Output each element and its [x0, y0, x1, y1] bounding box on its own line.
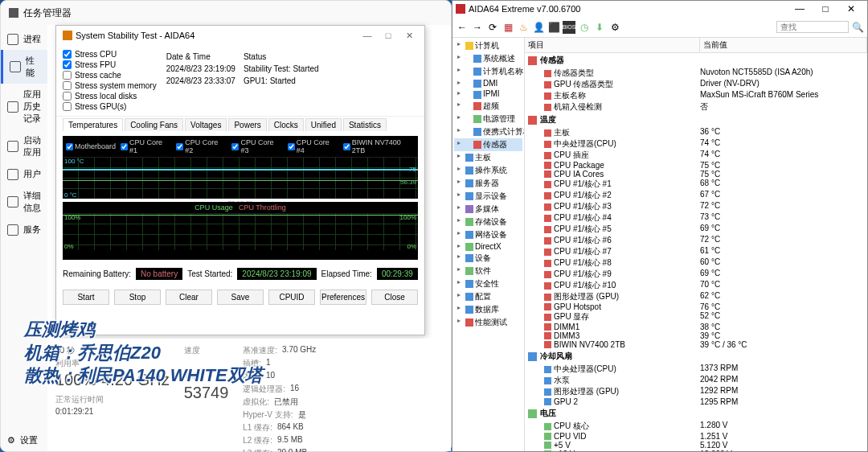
stability-tab[interactable]: Statistics [343, 118, 387, 131]
minimize-icon[interactable]: — [358, 31, 376, 41]
close-button[interactable]: Close [371, 290, 418, 305]
settings-button[interactable]: ⚙ 设置 [7, 434, 38, 446]
nav-item-6[interactable]: 服务 [1, 219, 47, 240]
sensor-row[interactable]: CPU #1/核心 #372 °C [525, 201, 867, 212]
download-icon[interactable]: ⬇ [593, 21, 606, 34]
stress-check[interactable]: Stress CPU [63, 50, 157, 59]
sensor-row[interactable]: GPU Hotspot76 °C [525, 302, 867, 311]
stability-tab[interactable]: Powers [228, 118, 266, 131]
stress-check[interactable]: Stress system memory [63, 81, 157, 90]
sensor-row[interactable]: 传感器类型Nuvoton NCT5585D (ISA A20h) [525, 68, 867, 79]
stability-tab[interactable]: Unified [305, 118, 342, 131]
maximize-icon[interactable]: □ [379, 31, 397, 41]
stability-tab[interactable]: Clocks [268, 118, 304, 131]
start-button[interactable]: Start [63, 290, 109, 305]
plot-series-check[interactable]: CPU Core #4 [288, 138, 338, 154]
tree-item[interactable]: 传感器 [454, 138, 522, 151]
plot-series-check[interactable]: Motherboard [66, 138, 116, 154]
nav-item-2[interactable]: 应用历史记录 [1, 84, 47, 129]
sensor-row[interactable]: 水泵2042 RPM [525, 375, 867, 386]
sensor-row[interactable]: 主板36 °C [525, 127, 867, 138]
stress-check[interactable]: Stress cache [63, 71, 157, 80]
stress-check[interactable]: Stress FPU [63, 60, 157, 69]
sensor-row[interactable]: +5 V5.120 V [525, 441, 867, 450]
search-icon[interactable]: 🔍 [851, 21, 864, 34]
back-icon[interactable]: ← [456, 21, 469, 34]
close-icon[interactable]: ✕ [838, 1, 864, 17]
stability-tab[interactable]: Cooling Fans [125, 118, 183, 131]
sensor-row[interactable]: 图形处理器 (GPU)62 °C [525, 291, 867, 302]
close-icon[interactable]: ✕ [400, 31, 418, 41]
sensor-row[interactable]: CPU #1/核心 #168 °C [525, 179, 867, 190]
plot-series-check[interactable]: BIWIN NV7400 2TB [343, 138, 415, 154]
sensor-row[interactable]: CPU #1/核心 #267 °C [525, 190, 867, 201]
sensor-row[interactable]: GPU 21295 RPM [525, 397, 867, 406]
tree-item[interactable]: 多媒体 [454, 203, 522, 216]
tree-item[interactable]: 便携式计算机 [454, 125, 522, 138]
tree-item[interactable]: DMI [454, 78, 522, 88]
prefs-icon[interactable]: ⚙ [608, 21, 621, 34]
tree-item[interactable]: 软件 [454, 265, 522, 277]
tool-icon[interactable]: ⬛ [547, 21, 560, 34]
sensor-row[interactable]: CPU #1/核心 #473 °C [525, 212, 867, 224]
nav-item-4[interactable]: 用户 [1, 163, 47, 185]
sensor-row[interactable]: 主板名称MaxSun MS-iCraft B760M Series [525, 90, 867, 101]
sensor-row[interactable]: 中央处理器(CPU)74 °C [525, 138, 867, 150]
tree-item[interactable]: 系统概述 [454, 52, 522, 65]
report-icon[interactable]: ▦ [502, 21, 514, 34]
sensor-row[interactable]: CPU #1/核心 #761 °C [525, 246, 867, 257]
sensor-row[interactable]: GPU 显存52 °C [525, 311, 867, 323]
tree-item[interactable]: 性能测试 [454, 316, 522, 329]
stress-check[interactable]: Stress local disks [63, 92, 157, 101]
sensor-row[interactable]: 机箱入侵检测否 [525, 101, 867, 113]
tree-item[interactable]: 操作系统 [454, 164, 522, 177]
search-input[interactable] [776, 21, 849, 33]
sensor-row[interactable]: CPU VID1.251 V [525, 432, 867, 441]
cpuid-button[interactable]: CPUID [268, 290, 315, 305]
aida-titlebar[interactable]: AIDA64 Extreme v7.00.6700 — □ ✕ [452, 1, 867, 17]
sensor-row[interactable]: CPU #1/核心 #672 °C [525, 235, 867, 246]
sensor-row[interactable]: CPU #1/核心 #860 °C [525, 257, 867, 269]
sensor-row[interactable]: CPU Package75 °C [525, 161, 867, 170]
sensor-row[interactable]: DIMM339 °C [525, 331, 867, 340]
sensor-row[interactable]: CPU 插座74 °C [525, 150, 867, 161]
tree-item[interactable]: IPMI [454, 88, 522, 99]
plot-series-check[interactable]: CPU Core #3 [231, 138, 282, 154]
sensor-row[interactable]: CPU #1/核心 #1070 °C [525, 280, 867, 291]
clear-button[interactable]: Clear [166, 290, 212, 305]
forward-icon[interactable]: → [471, 21, 484, 34]
sensor-row[interactable]: 中央处理器(CPU)1373 RPM [525, 364, 867, 375]
sensor-row[interactable]: CPU #1/核心 #569 °C [525, 224, 867, 235]
minimize-icon[interactable]: — [787, 1, 813, 17]
tree-item[interactable]: 主板 [454, 151, 522, 164]
stability-icon[interactable]: ♨ [517, 21, 530, 34]
sensor-row[interactable]: +12 V12.000 V [525, 450, 867, 451]
sensor-row[interactable]: CPU IA Cores75 °C [525, 170, 867, 179]
stability-tab[interactable]: Temperatures [63, 118, 123, 131]
stress-check[interactable]: Stress GPU(s) [63, 102, 157, 111]
sensor-row[interactable]: CPU #1/核心 #969 °C [525, 269, 867, 280]
nav-item-5[interactable]: 详细信息 [1, 185, 47, 219]
tree-item[interactable]: 计算机名称 [454, 65, 522, 78]
maximize-icon[interactable]: □ [813, 1, 838, 17]
nav-item-1[interactable]: 性能 [1, 50, 47, 84]
sensor-row[interactable]: 图形处理器 (GPU)1292 RPM [525, 386, 867, 397]
tree-item[interactable]: 电源管理 [454, 113, 522, 125]
plot-series-check[interactable]: CPU Core #1 [121, 138, 171, 154]
tool-icon[interactable]: 👤 [532, 21, 545, 34]
nav-item-3[interactable]: 启动应用 [1, 129, 47, 163]
preferences-button[interactable]: Preferences [320, 290, 366, 305]
clock-icon[interactable]: ◷ [578, 21, 591, 34]
tree-item[interactable]: DirectX [454, 241, 522, 252]
tree-item[interactable]: 设备 [454, 252, 522, 265]
tree-item[interactable]: 超频 [454, 100, 522, 113]
tree-item[interactable]: 显示设备 [454, 190, 522, 203]
tree-item[interactable]: 安全性 [454, 277, 522, 290]
tree-item[interactable]: 网络设备 [454, 228, 522, 241]
tree-item[interactable]: 计算机 [454, 39, 522, 52]
nav-item-0[interactable]: 进程 [1, 28, 47, 50]
tree-item[interactable]: 配置 [454, 290, 522, 303]
sensor-row[interactable]: DIMM138 °C [525, 323, 867, 331]
tree-item[interactable]: 存储设备 [454, 216, 522, 228]
save-button[interactable]: Save [217, 290, 264, 305]
